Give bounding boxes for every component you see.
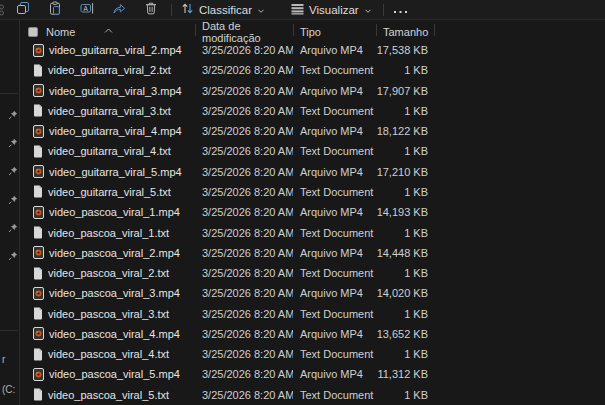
column-header-modified[interactable]: Data de modificação (195, 20, 293, 44)
file-name: video_pascoa_viral_1.txt (48, 227, 169, 239)
txt-file-icon (33, 348, 43, 361)
sort-dropdown[interactable]: Classificar (176, 1, 270, 19)
file-modified-date: 3/25/2026 8:20 AM (195, 206, 293, 218)
file-name: video_guitarra_viral_5.mp4 (49, 166, 182, 178)
file-modified-date: 3/25/2026 8:20 AM (195, 348, 293, 360)
file-row[interactable]: video_guitarra_viral_5.mp43/25/2026 8:20… (20, 162, 605, 182)
file-name: video_pascoa_viral_2.txt (48, 267, 169, 279)
file-name: video_pascoa_viral_5.txt (48, 389, 169, 401)
file-row[interactable]: video_pascoa_viral_2.mp43/25/2026 8:20 A… (20, 243, 605, 263)
nav-label-fragment[interactable]: (C: (2, 384, 15, 395)
file-modified-date: 3/25/2026 8:20 AM (195, 308, 293, 320)
file-modified-date: 3/25/2026 8:20 AM (195, 166, 293, 178)
paste-button[interactable] (39, 1, 71, 19)
delete-button[interactable] (135, 1, 167, 19)
column-header-name[interactable]: Nome (20, 20, 195, 44)
file-size: 18,122 KB (376, 125, 434, 137)
column-divider[interactable] (376, 24, 377, 36)
share-button[interactable] (103, 1, 135, 19)
file-modified-date: 3/25/2026 8:20 AM (195, 328, 293, 340)
copy-button[interactable] (7, 1, 39, 19)
file-type: Text Document (293, 186, 376, 198)
file-type: Arquivo MP4 (293, 247, 376, 259)
txt-file-icon (33, 104, 43, 117)
sort-arrows-icon (181, 1, 194, 19)
file-modified-date: 3/25/2026 8:20 AM (195, 368, 293, 380)
file-name: video_pascoa_viral_3.mp4 (49, 287, 180, 299)
file-size: 1 KB (376, 308, 434, 320)
file-size: 13,652 KB (376, 328, 434, 340)
file-row[interactable]: video_pascoa_viral_5.txt3/25/2026 8:20 A… (20, 385, 605, 405)
file-size: 1 KB (376, 267, 434, 279)
mp4-file-icon (33, 368, 44, 381)
view-dropdown[interactable]: Visualizar (286, 1, 377, 19)
file-size: 11,312 KB (376, 368, 434, 380)
file-row[interactable]: video_guitarra_viral_4.txt3/25/2026 8:20… (20, 141, 605, 161)
file-row[interactable]: video_guitarra_viral_3.txt3/25/2026 8:20… (20, 101, 605, 121)
file-row[interactable]: video_pascoa_viral_2.txt3/25/2026 8:20 A… (20, 263, 605, 283)
file-modified-date: 3/25/2026 8:20 AM (195, 186, 293, 198)
file-size: 1 KB (376, 64, 434, 76)
rename-button[interactable]: A (71, 1, 103, 19)
mp4-file-icon (33, 44, 44, 57)
nav-separator (0, 330, 18, 331)
txt-file-icon (33, 388, 43, 401)
file-name: video_guitarra_viral_4.mp4 (49, 125, 182, 137)
file-type: Text Document (293, 267, 376, 279)
file-modified-date: 3/25/2026 8:20 AM (195, 247, 293, 259)
file-name: video_pascoa_viral_4.txt (48, 348, 169, 360)
file-type: Text Document (293, 348, 376, 360)
file-row[interactable]: video_pascoa_viral_3.mp43/25/2026 8:20 A… (20, 283, 605, 303)
file-row[interactable]: video_pascoa_viral_4.txt3/25/2026 8:20 A… (20, 344, 605, 364)
see-more-icon (393, 1, 409, 19)
file-size: 14,448 KB (376, 247, 434, 259)
file-row[interactable]: video_pascoa_viral_1.txt3/25/2026 8:20 A… (20, 222, 605, 242)
column-divider[interactable] (195, 24, 196, 36)
file-modified-date: 3/25/2026 8:20 AM (195, 287, 293, 299)
file-name: video_pascoa_viral_1.mp4 (49, 206, 180, 218)
sort-dropdown-label: Classificar (199, 4, 252, 16)
file-name: video_pascoa_viral_5.mp4 (49, 368, 180, 380)
column-header-type[interactable]: Tipo (293, 20, 376, 44)
toolbar: A Classificar Visualizar (0, 0, 605, 20)
svg-text:A: A (83, 4, 88, 11)
file-name: video_pascoa_viral_4.mp4 (49, 328, 180, 340)
file-modified-date: 3/25/2026 8:20 AM (195, 125, 293, 137)
pinned-icon (8, 219, 18, 229)
file-type: Arquivo MP4 (293, 368, 376, 380)
file-row[interactable]: video_pascoa_viral_4.mp43/25/2026 8:20 A… (20, 324, 605, 344)
file-type: Arquivo MP4 (293, 328, 376, 340)
column-header-size[interactable]: Tamanho (376, 20, 434, 44)
mp4-file-icon (33, 165, 44, 178)
toolbar-divider (383, 4, 384, 16)
column-divider[interactable] (293, 24, 294, 36)
file-name: video_guitarra_viral_3.mp4 (49, 85, 182, 97)
file-row[interactable]: video_pascoa_viral_3.txt3/25/2026 8:20 A… (20, 303, 605, 323)
pinned-icon (8, 191, 18, 201)
file-row[interactable]: video_guitarra_viral_2.txt3/25/2026 8:20… (20, 60, 605, 80)
select-all-checkbox[interactable] (28, 27, 38, 37)
file-row[interactable]: video_pascoa_viral_5.mp43/25/2026 8:20 A… (20, 364, 605, 384)
file-list: Nome Data de modificação Tipo Tamanho vi… (20, 20, 605, 405)
file-name: video_guitarra_viral_3.txt (48, 105, 171, 117)
mp4-file-icon (33, 206, 44, 219)
file-row[interactable]: video_pascoa_viral_1.mp43/25/2026 8:20 A… (20, 202, 605, 222)
mp4-file-icon (33, 84, 44, 97)
file-size: 1 KB (376, 145, 434, 157)
txt-file-icon (33, 307, 43, 320)
file-row[interactable]: video_guitarra_viral_4.mp43/25/2026 8:20… (20, 121, 605, 141)
nav-label-fragment[interactable]: r (2, 354, 5, 365)
txt-file-icon (33, 64, 43, 77)
chevron-down-icon (364, 1, 372, 19)
column-divider[interactable] (434, 24, 435, 36)
see-more-button[interactable] (388, 1, 414, 19)
file-size: 1 KB (376, 186, 434, 198)
file-size: 1 KB (376, 389, 434, 401)
file-type: Text Document (293, 64, 376, 76)
mp4-file-icon (33, 125, 44, 138)
pinned-icon (8, 247, 18, 257)
cut-icon-partial (0, 3, 4, 17)
file-name: video_guitarra_viral_2.mp4 (49, 44, 182, 56)
file-row[interactable]: video_guitarra_viral_3.mp43/25/2026 8:20… (20, 81, 605, 101)
file-row[interactable]: video_guitarra_viral_5.txt3/25/2026 8:20… (20, 182, 605, 202)
